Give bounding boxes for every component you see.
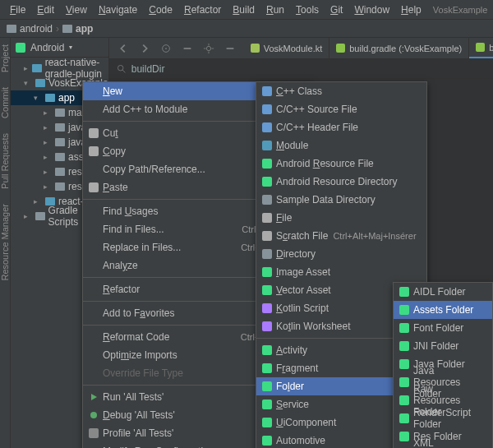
search-input[interactable]: buildDir <box>131 63 165 75</box>
and-icon <box>261 363 273 374</box>
chevron-down-icon: ▾ <box>69 44 72 51</box>
and-icon <box>261 417 273 428</box>
and-icon <box>261 435 273 446</box>
menu-item[interactable]: Scratch FileCtrl+Alt+Maj+Insérer <box>256 227 426 245</box>
debug-icon <box>88 409 99 421</box>
cut-icon <box>88 127 99 139</box>
breadcrumb: android › app <box>0 20 493 38</box>
menu-item[interactable]: C/C++ Source File <box>256 100 426 118</box>
android-icon <box>16 43 25 53</box>
menu-item[interactable]: Font Folder <box>394 319 492 337</box>
menu-view[interactable]: View <box>61 2 92 17</box>
editor-tabs: VoskModule.ktbuild.gradle (:VoskExample)… <box>109 38 493 59</box>
chevron-right-icon: › <box>56 23 59 35</box>
collapse-icon[interactable] <box>182 43 193 54</box>
and-icon <box>399 413 410 424</box>
and-icon <box>399 376 410 388</box>
folder-icon <box>261 194 273 206</box>
cpp-icon <box>261 104 273 115</box>
profile-icon <box>88 427 99 439</box>
tool-tab-commit[interactable]: Commit <box>0 87 10 118</box>
file-icon <box>261 230 273 242</box>
menu-item[interactable]: Module <box>256 136 426 155</box>
menu-item[interactable]: Android Resource Directory <box>256 173 426 191</box>
cpp-icon <box>261 85 273 97</box>
and-icon <box>399 286 410 298</box>
menu-help[interactable]: Help <box>396 2 426 17</box>
menu-build[interactable]: Build <box>228 2 260 17</box>
and-icon <box>399 340 410 352</box>
and-icon <box>261 266 273 278</box>
tool-tab-resource-manager[interactable]: Resource Manager <box>0 204 10 281</box>
editor-toolbar <box>109 43 244 54</box>
and-icon <box>399 322 410 334</box>
menu-git[interactable]: Git <box>325 2 348 17</box>
paste-icon <box>88 182 99 193</box>
folder-icon <box>7 25 16 33</box>
svg-point-6 <box>90 412 97 418</box>
search-icon <box>116 63 127 74</box>
gear-icon[interactable] <box>203 43 214 54</box>
menu-edit[interactable]: Edit <box>32 2 59 17</box>
folder-submenu[interactable]: AIDL FolderAssets FolderFont FolderJNI F… <box>393 282 493 448</box>
and-icon <box>261 381 273 392</box>
project-path: VoskExample [C:\Users\jonis\dev\react-na… <box>428 3 488 16</box>
menu-item[interactable]: File <box>256 209 426 227</box>
mod-icon <box>261 140 273 151</box>
menu-item[interactable]: Image Asset <box>256 263 426 281</box>
menu-item[interactable]: JNI Folder <box>394 337 492 355</box>
svg-point-1 <box>165 48 167 49</box>
menu-run[interactable]: Run <box>261 2 289 17</box>
project-view-select[interactable]: Android <box>30 42 64 53</box>
forward-icon[interactable] <box>139 43 150 54</box>
editor-search: buildDir <box>109 59 493 79</box>
menu-item[interactable]: Directory <box>256 245 426 263</box>
hide-icon[interactable] <box>224 43 236 54</box>
and-icon <box>261 284 273 296</box>
menubar: FileEditViewNavigateCodeRefactorBuildRun… <box>0 0 493 20</box>
kt-icon <box>261 303 273 314</box>
file-icon <box>261 212 273 224</box>
and-icon <box>399 358 410 370</box>
breadcrumb-item[interactable]: android <box>20 23 53 35</box>
menu-item[interactable]: RenderScript Folder <box>394 409 492 427</box>
cpp-icon <box>261 122 273 133</box>
run-icon <box>88 391 99 403</box>
kt-icon <box>261 321 273 332</box>
svg-rect-4 <box>226 48 233 49</box>
tool-tab-project[interactable]: Project <box>0 44 10 72</box>
editor-tab[interactable]: VoskModule.kt <box>244 38 330 58</box>
menu-item[interactable]: C++ Class <box>256 82 426 100</box>
target-icon[interactable] <box>160 43 172 54</box>
menu-item[interactable]: Sample Data Directory <box>256 191 426 209</box>
and-icon <box>261 344 273 356</box>
editor-tab[interactable]: build.gradle (:rea <box>469 38 493 58</box>
menu-item[interactable]: Assets Folder <box>394 301 492 319</box>
menu-code[interactable]: Code <box>144 2 177 17</box>
tree-item[interactable]: ▸react-native-gradle-plugin <box>11 61 108 76</box>
tool-tab-pull-requests[interactable]: Pull Requests <box>0 133 10 189</box>
menu-item[interactable]: AIDL Folder <box>394 283 492 301</box>
menu-file[interactable]: File <box>5 2 30 17</box>
menu-refactor[interactable]: Refactor <box>179 2 226 17</box>
menu-navigate[interactable]: Navigate <box>94 2 142 17</box>
svg-point-5 <box>117 65 123 71</box>
tool-tabs: ProjectCommitPull RequestsResource Manag… <box>0 38 11 448</box>
svg-point-3 <box>206 46 210 50</box>
svg-rect-2 <box>183 48 191 49</box>
and-icon <box>399 431 410 442</box>
menu-item[interactable]: C/C++ Header File <box>256 118 426 136</box>
editor-tab[interactable]: build.gradle (:VoskExample) <box>329 38 469 58</box>
menu-item[interactable]: Android Resource File <box>256 155 426 173</box>
and-icon <box>261 158 273 169</box>
breadcrumb-item[interactable]: app <box>76 23 93 35</box>
and-icon <box>261 399 273 410</box>
folder-icon <box>62 25 72 33</box>
back-icon[interactable] <box>117 43 129 54</box>
and-icon <box>399 395 410 406</box>
folder-icon <box>261 248 273 260</box>
menu-window[interactable]: Window <box>349 2 394 17</box>
copy-icon <box>88 145 99 157</box>
project-panel-head[interactable]: Android ▾ <box>11 38 108 58</box>
menu-tools[interactable]: Tools <box>291 2 324 17</box>
